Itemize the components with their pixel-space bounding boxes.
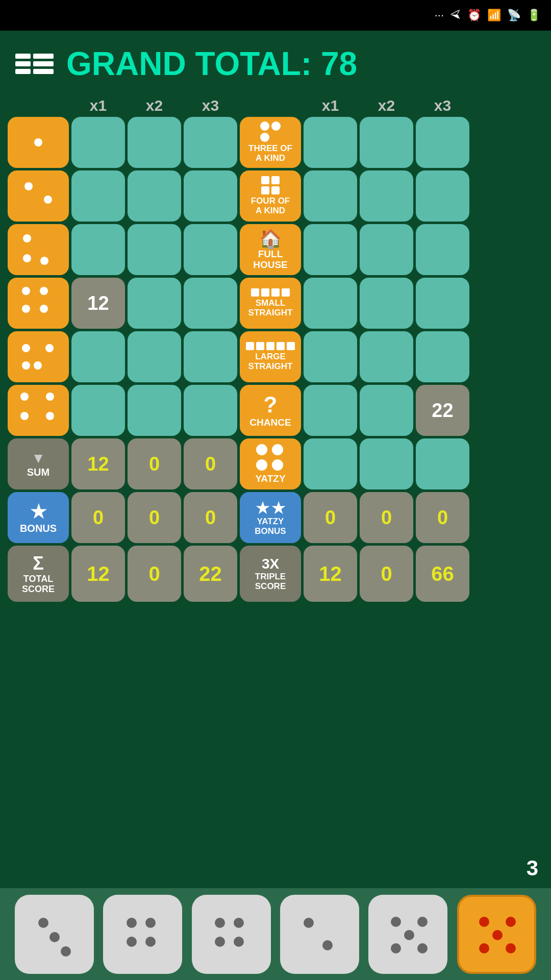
bonus-cell: ★ BONUS: [8, 492, 69, 543]
bonus-x1-right[interactable]: 0: [304, 492, 357, 543]
bottom-die-3[interactable]: [192, 895, 271, 974]
die-2-cell[interactable]: [8, 170, 69, 222]
row6-x2-right[interactable]: [360, 385, 413, 436]
total-x2-left[interactable]: 0: [128, 546, 181, 602]
status-bar: ··· ⮘ ⏰ 📶 📡 🔋: [0, 0, 551, 31]
row1-x3-right[interactable]: [416, 117, 469, 168]
yatzy-bonus-cell[interactable]: ★ ★ YATZYBONUS: [240, 492, 301, 543]
row2-x3-right[interactable]: [416, 170, 469, 222]
row6-x1-left[interactable]: [71, 385, 125, 436]
rolls-remaining: 3: [527, 856, 538, 880]
col-empty-center: [240, 97, 301, 114]
row2-x3-left[interactable]: [184, 170, 237, 222]
bonus-x1-left[interactable]: 0: [71, 492, 125, 543]
sum-x3-right[interactable]: [416, 438, 469, 489]
bonus-x3-left[interactable]: 0: [184, 492, 237, 543]
three-of-a-kind-cell[interactable]: THREE OFA KIND: [240, 117, 301, 168]
bonus-row: ★ BONUS 0 0 0 ★ ★ YATZYBONUS 0 0 0: [5, 492, 546, 543]
bonus-x2-left[interactable]: 0: [128, 492, 181, 543]
row6-x1-right[interactable]: [304, 385, 357, 436]
sum-x1-right[interactable]: [304, 438, 357, 489]
row6-x3-right[interactable]: 22: [416, 385, 469, 436]
menu-icon[interactable]: [15, 54, 51, 74]
full-house-cell[interactable]: 🏠 FULLHOUSE: [240, 224, 301, 275]
row1-x1-right[interactable]: [304, 117, 357, 168]
row3-x3-right[interactable]: [416, 224, 469, 275]
bonus-x3-right[interactable]: 0: [416, 492, 469, 543]
row1-x2-right[interactable]: [360, 117, 413, 168]
row4-x1-left[interactable]: 12: [71, 278, 125, 329]
row1-x1-left[interactable]: [71, 117, 125, 168]
row-4: 12 SMALLSTRAIGHT: [5, 278, 546, 329]
row4-x2-left[interactable]: [128, 278, 181, 329]
wifi-icon: 📡: [507, 9, 521, 22]
row5-x3-left[interactable]: [184, 331, 237, 382]
grand-total: GRAND TOTAL: 78: [66, 45, 357, 83]
roll-dice-button[interactable]: [457, 895, 536, 974]
battery-icon: 🔋: [527, 9, 541, 22]
row2-x1-right[interactable]: [304, 170, 357, 222]
row5-x2-left[interactable]: [128, 331, 181, 382]
bottom-die-2[interactable]: [103, 895, 182, 974]
col-x2-left: x2: [128, 97, 181, 114]
row5-x1-left[interactable]: [71, 331, 125, 382]
row2-x2-right[interactable]: [360, 170, 413, 222]
header: GRAND TOTAL: 78: [0, 31, 551, 97]
row1-x3-left[interactable]: [184, 117, 237, 168]
row2-x1-left[interactable]: [71, 170, 125, 222]
die-1-cell[interactable]: [8, 117, 69, 168]
row3-x1-right[interactable]: [304, 224, 357, 275]
row2-x2-left[interactable]: [128, 170, 181, 222]
total-x1-right[interactable]: 12: [304, 546, 357, 602]
die-6-cell[interactable]: [8, 385, 69, 436]
signal-icon: 📶: [487, 9, 501, 22]
col-x3-right: x3: [416, 97, 469, 114]
status-dots: ···: [435, 9, 444, 22]
total-x3-right[interactable]: 66: [416, 546, 469, 602]
col-x2-right: x2: [360, 97, 413, 114]
total-x2-right[interactable]: 0: [360, 546, 413, 602]
yatzy-cell[interactable]: YATZY: [240, 438, 301, 489]
sum-x2-left[interactable]: 0: [128, 438, 181, 489]
row5-x3-right[interactable]: [416, 331, 469, 382]
sum-x1-left[interactable]: 12: [71, 438, 125, 489]
row3-x3-left[interactable]: [184, 224, 237, 275]
row5-x2-right[interactable]: [360, 331, 413, 382]
grid-area: x1 x2 x3 x1 x2 x3 THREE OFA KIND: [0, 97, 551, 602]
row3-x1-left[interactable]: [71, 224, 125, 275]
bonus-x2-right[interactable]: 0: [360, 492, 413, 543]
row4-x1-right[interactable]: [304, 278, 357, 329]
chance-cell[interactable]: ? CHANCE: [240, 385, 301, 436]
column-headers: x1 x2 x3 x1 x2 x3: [5, 97, 546, 114]
four-of-a-kind-cell[interactable]: FOUR OFA KIND: [240, 170, 301, 222]
total-x3-left[interactable]: 22: [184, 546, 237, 602]
total-x1-left[interactable]: 12: [71, 546, 125, 602]
large-straight-cell[interactable]: LARGESTRAIGHT: [240, 331, 301, 382]
row4-x2-right[interactable]: [360, 278, 413, 329]
row-3: 🏠 FULLHOUSE: [5, 224, 546, 275]
row5-x1-right[interactable]: [304, 331, 357, 382]
die-3-cell[interactable]: [8, 224, 69, 275]
row4-x3-right[interactable]: [416, 278, 469, 329]
row1-x2-left[interactable]: [128, 117, 181, 168]
row6-x3-left[interactable]: [184, 385, 237, 436]
bluetooth-icon: ⮘: [450, 9, 461, 22]
row4-x3-left[interactable]: [184, 278, 237, 329]
row-2: FOUR OFA KIND: [5, 170, 546, 222]
die-4-cell[interactable]: [8, 278, 69, 329]
small-straight-cell[interactable]: SMALLSTRAIGHT: [240, 278, 301, 329]
row6-x2-left[interactable]: [128, 385, 181, 436]
sum-x3-left[interactable]: 0: [184, 438, 237, 489]
bottom-die-4[interactable]: [280, 895, 359, 974]
row3-x2-right[interactable]: [360, 224, 413, 275]
triple-score-cell: 3X TRIPLESCORE: [240, 546, 301, 602]
row3-x2-left[interactable]: [128, 224, 181, 275]
sum-row: ▼ SUM 12 0 0 YATZY: [5, 438, 546, 489]
col-empty-left: [8, 97, 69, 114]
sum-cell: ▼ SUM: [8, 438, 69, 489]
die-5-cell[interactable]: [8, 331, 69, 382]
alarm-icon: ⏰: [467, 9, 481, 22]
bottom-die-5[interactable]: [368, 895, 447, 974]
bottom-die-1[interactable]: [15, 895, 94, 974]
sum-x2-right[interactable]: [360, 438, 413, 489]
